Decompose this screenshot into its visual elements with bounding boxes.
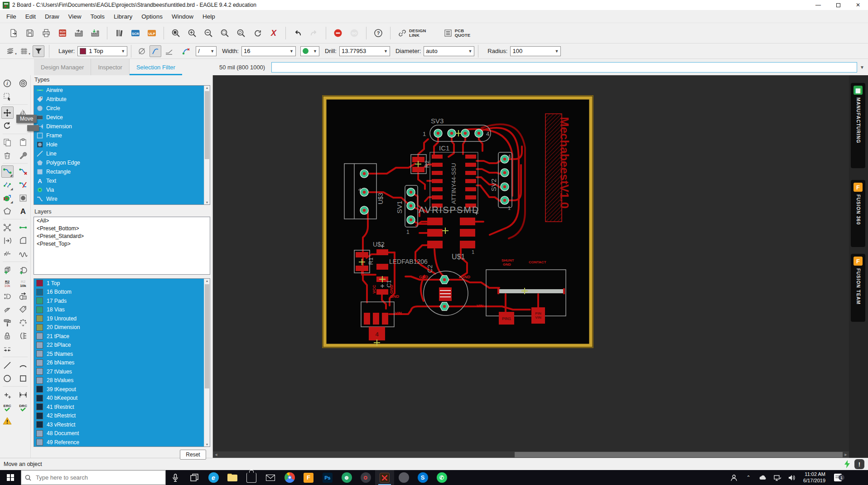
splice-tool-button[interactable]: ◢ bbox=[1, 179, 14, 191]
ripup-tool-button[interactable] bbox=[17, 165, 29, 178]
layer-item-40-bkeepout[interactable]: 40 bKeepout bbox=[34, 394, 210, 403]
taskbar-search[interactable] bbox=[21, 470, 166, 485]
layer-item-25-tnames[interactable]: 25 tNames bbox=[34, 349, 210, 359]
signal-tool-button[interactable] bbox=[17, 330, 29, 342]
cortana-mic-icon[interactable] bbox=[166, 470, 185, 485]
width-select[interactable]: 16▼ bbox=[241, 46, 296, 56]
help-button[interactable]: ? bbox=[371, 25, 386, 41]
layer-item-18-vias[interactable]: 18 Vias bbox=[34, 306, 210, 315]
run-ulp-button[interactable]: ULP bbox=[144, 25, 159, 41]
menu-file[interactable]: File bbox=[2, 11, 21, 22]
cancel-command-button[interactable]: X bbox=[266, 25, 281, 41]
type-item-line[interactable]: Line bbox=[34, 149, 210, 158]
replace-tool-button[interactable] bbox=[17, 290, 29, 302]
close-button[interactable]: ✕ bbox=[848, 0, 868, 10]
save-button[interactable] bbox=[22, 25, 38, 41]
drill-select[interactable]: 13.77953▼ bbox=[339, 46, 390, 56]
layer-item-49-reference[interactable]: 49 Reference bbox=[34, 438, 210, 447]
layer-item-27-tvalues[interactable]: 27 tValues bbox=[34, 367, 210, 376]
lock-tool-button[interactable] bbox=[1, 330, 14, 342]
attach-tool-button[interactable] bbox=[1, 234, 14, 247]
menu-options[interactable]: Options bbox=[137, 11, 167, 22]
layer-item-21-tplace[interactable]: 21 tPlace bbox=[34, 332, 210, 341]
search-input[interactable] bbox=[35, 474, 162, 481]
layers-scrollbar[interactable]: ▲▼ bbox=[204, 279, 210, 446]
type-item-via[interactable]: Via bbox=[34, 185, 210, 194]
menu-library[interactable]: Library bbox=[109, 11, 137, 22]
layer-item-39-tkeepout[interactable]: 39 tKeepout bbox=[34, 385, 210, 394]
menu-tools[interactable]: Tools bbox=[86, 11, 110, 22]
menu-draw[interactable]: Draw bbox=[40, 11, 64, 22]
refresh-button[interactable] bbox=[250, 25, 265, 41]
move-tool-button[interactable] bbox=[1, 107, 14, 119]
walkaround-obstacles-icon[interactable] bbox=[180, 45, 192, 57]
command-input[interactable] bbox=[271, 62, 857, 73]
edge-icon[interactable]: e bbox=[204, 470, 223, 485]
run-script-button[interactable]: SCR bbox=[128, 25, 143, 41]
radius-select[interactable]: 100▼ bbox=[510, 46, 561, 56]
errors-tool-button[interactable] bbox=[1, 415, 14, 427]
add-part-tool-button[interactable] bbox=[1, 264, 14, 276]
sch-brd-switch-button[interactable]: SCHBRD bbox=[55, 25, 70, 41]
tab-selection-filter[interactable]: Selection Filter bbox=[130, 59, 182, 75]
tab-fusion-360[interactable]: F FUSION 360 bbox=[851, 180, 865, 247]
undo-button[interactable] bbox=[290, 25, 305, 41]
zoom-fit-button[interactable] bbox=[168, 25, 183, 41]
hole-tool-button[interactable] bbox=[17, 192, 29, 204]
menu-help[interactable]: Help bbox=[198, 11, 220, 22]
preset-item[interactable]: <All> bbox=[34, 217, 210, 225]
pinswap-tool-button[interactable] bbox=[1, 290, 14, 302]
action-center-icon[interactable]: 1 bbox=[830, 474, 845, 481]
chrome-icon[interactable] bbox=[280, 470, 299, 485]
array-tool-button[interactable] bbox=[17, 316, 29, 329]
display-layers-tool-button[interactable] bbox=[17, 77, 29, 89]
canvas-hscrollbar[interactable]: ◄ ► bbox=[213, 451, 849, 458]
hidden-icons-chevron[interactable]: ⌃ bbox=[742, 475, 755, 480]
airwire-tool-button[interactable] bbox=[17, 221, 29, 233]
layer-item-26-bnames[interactable]: 26 bNames bbox=[34, 359, 210, 368]
via-tool-button[interactable]: ◢ bbox=[1, 192, 14, 204]
layer-item-17-pads[interactable]: 17 Pads bbox=[34, 296, 210, 306]
people-icon[interactable] bbox=[727, 474, 741, 481]
notification-alert-icon[interactable]: ! bbox=[854, 459, 864, 469]
type-item-attribute[interactable]: Attribute bbox=[34, 95, 210, 104]
layer-item-28-bvalues[interactable]: 28 bValues bbox=[34, 376, 210, 385]
preset-item[interactable]: <Preset_Standard> bbox=[34, 233, 210, 240]
paint-tool-button[interactable] bbox=[1, 316, 14, 329]
layer-item-19-unrouted[interactable]: 19 Unrouted bbox=[34, 314, 210, 323]
menu-window[interactable]: Window bbox=[167, 11, 198, 22]
preset-item[interactable]: <Preset_Bottom> bbox=[34, 225, 210, 233]
onedrive-icon[interactable] bbox=[756, 475, 770, 480]
paste-tool-button[interactable] bbox=[17, 136, 29, 148]
add-gate-tool-button[interactable] bbox=[17, 264, 29, 276]
value-tool-button[interactable]: R210k bbox=[17, 277, 29, 289]
layer-item-16-bottom[interactable]: 16 Bottom bbox=[34, 288, 210, 297]
new-board-button[interactable] bbox=[6, 25, 21, 41]
name-tool-button[interactable]: R210k bbox=[1, 277, 14, 289]
fusion-360-icon[interactable]: F bbox=[299, 470, 318, 485]
miter-angle-icon[interactable] bbox=[163, 45, 175, 57]
wire-style-select[interactable]: /▼ bbox=[196, 46, 217, 56]
minimize-button[interactable]: — bbox=[808, 0, 828, 10]
rectangle-tool-button[interactable] bbox=[17, 372, 29, 384]
drc-tool-button[interactable]: DRC bbox=[17, 402, 29, 414]
layer-item-20-dimension[interactable]: 20 Dimension bbox=[34, 323, 210, 332]
layer-item-43-vrestrict[interactable]: 43 vRestrict bbox=[34, 420, 210, 429]
clock[interactable]: 11:02 AM 6/17/2019 bbox=[803, 471, 825, 484]
preset-item[interactable]: <Preset_Top> bbox=[34, 240, 210, 248]
command-history-icon[interactable]: ▼ bbox=[860, 65, 864, 70]
erc-tool-button[interactable]: ERC bbox=[1, 402, 14, 414]
dimension-tool-button[interactable] bbox=[17, 388, 29, 401]
zoom-out-button[interactable] bbox=[201, 25, 216, 41]
maximize-button[interactable] bbox=[828, 0, 848, 10]
types-scrollbar[interactable]: ▲▼ bbox=[204, 86, 210, 204]
type-item-rectangle[interactable]: Rectangle bbox=[34, 167, 210, 176]
dark-app-icon[interactable] bbox=[356, 470, 375, 485]
board-canvas[interactable]: MechabeestV1.0 SV3 1 4 IC1 ATTINY44-SSU … bbox=[213, 75, 849, 458]
redo-button[interactable] bbox=[306, 25, 322, 41]
group-select-tool-button[interactable] bbox=[1, 90, 14, 102]
stop-button[interactable] bbox=[330, 25, 346, 41]
mail-icon[interactable] bbox=[261, 470, 280, 485]
library-button[interactable] bbox=[111, 25, 127, 41]
task-view-icon[interactable] bbox=[185, 470, 204, 485]
